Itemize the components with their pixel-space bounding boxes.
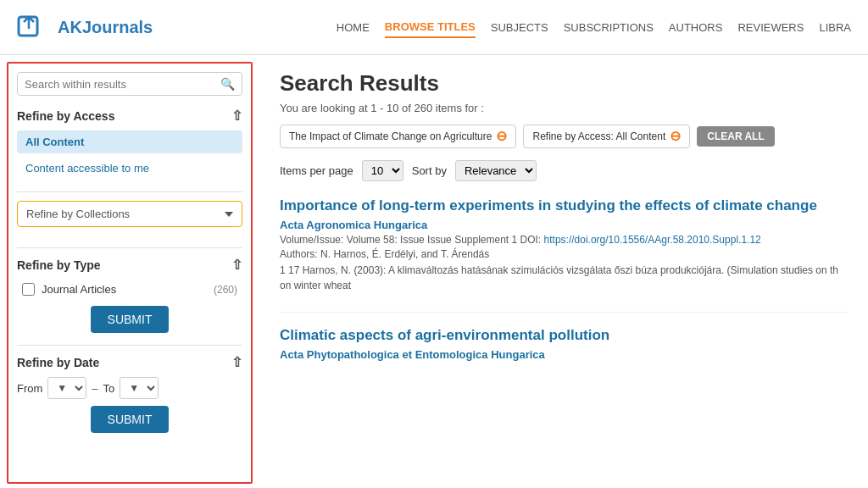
header: AKJournals HOME BROWSE TITLES SUBJECTS S… <box>0 0 868 55</box>
logo-icon <box>17 10 51 44</box>
result-authors-1: Authors: N. Harnos, É. Erdélyi, and T. Á… <box>280 248 848 260</box>
date-submit-button[interactable]: SUBMIT <box>91 406 170 433</box>
filter-tag-access: Refine by Access: All Content ⊖ <box>523 125 690 148</box>
result-journal-1[interactable]: Acta Agronomica Hungarica <box>280 219 848 231</box>
main-content: Search Results You are looking at 1 - 10… <box>259 55 868 488</box>
filter-tag-climate-remove[interactable]: ⊖ <box>496 130 507 143</box>
type-chevron-up-icon: ⇧ <box>231 257 242 273</box>
date-to-select[interactable]: ▼ <box>120 377 159 399</box>
refine-date-label: Refine by Date <box>17 356 99 369</box>
result-divider <box>280 312 848 313</box>
layout: 🔍 Refine by Access ⇧ All Content Content… <box>0 55 868 488</box>
logo-text: AKJournals <box>58 18 153 37</box>
date-dash: – <box>92 382 97 395</box>
clear-all-button[interactable]: CLEAR ALL <box>697 126 775 147</box>
result-item-2: Climatic aspects of agri-environmental p… <box>280 326 848 361</box>
date-from-select[interactable]: ▼ <box>47 377 86 399</box>
authors-label-1: Authors: <box>280 248 318 260</box>
type-submit-button[interactable]: SUBMIT <box>91 306 170 333</box>
doi-link-1[interactable]: https://doi.org/10.1556/AAgr.58.2010.Sup… <box>544 234 761 246</box>
access-all-content[interactable]: All Content <box>17 130 242 153</box>
result-title-1[interactable]: Importance of long-term experiments in s… <box>280 197 848 215</box>
authors-value-1: N. Harnos, É. Erdélyi, and T. Árendás <box>320 248 489 260</box>
type-journal-articles-checkbox[interactable] <box>22 283 35 296</box>
results-meta: You are looking at 1 - 10 of 260 items f… <box>280 102 848 114</box>
search-input[interactable] <box>25 78 220 91</box>
search-icon: 🔍 <box>220 77 235 91</box>
date-chevron-up-icon: ⇧ <box>231 354 242 370</box>
sort-by-select[interactable]: Relevance <box>455 160 537 181</box>
nav-authors[interactable]: AUTHORS <box>669 18 723 37</box>
page-title: Search Results <box>280 70 848 97</box>
nav-reviewers[interactable]: REVIEWERS <box>737 18 804 37</box>
nav-browse-titles[interactable]: BROWSE TITLES <box>385 17 476 38</box>
type-section: Journal Articles (260) SUBMIT <box>17 280 242 333</box>
type-journal-articles-row: Journal Articles (260) <box>17 280 242 299</box>
access-options: All Content Content accessible to me <box>17 130 242 180</box>
nav-libra[interactable]: LIBRA <box>819 18 851 37</box>
chevron-up-icon: ⇧ <box>231 108 242 124</box>
main-nav: HOME BROWSE TITLES SUBJECTS SUBSCRIPTION… <box>337 17 851 38</box>
items-per-page-select[interactable]: 10 <box>362 160 403 181</box>
refine-type-header[interactable]: Refine by Type ⇧ <box>17 257 242 273</box>
filter-bar: The Impact of Climate Change on Agricult… <box>280 125 848 148</box>
result-item-1: Importance of long-term experiments in s… <box>280 197 848 293</box>
refine-date-header[interactable]: Refine by Date ⇧ <box>17 354 242 370</box>
refine-access-label: Refine by Access <box>17 109 114 123</box>
access-accessible-to-me[interactable]: Content accessible to me <box>17 157 242 180</box>
volume-label-1: Volume/Issue: <box>280 234 343 246</box>
refine-access-header[interactable]: Refine by Access ⇧ <box>17 108 242 124</box>
filter-tag-climate: The Impact of Climate Change on Agricult… <box>280 125 516 148</box>
type-journal-articles-label: Journal Articles <box>42 283 207 296</box>
nav-home[interactable]: HOME <box>337 18 370 37</box>
result-journal-2[interactable]: Acta Phytopathologica et Entomologica Hu… <box>280 348 848 361</box>
items-per-page-label: Items per page <box>280 164 353 177</box>
result-snippet-1: 1 17 Harnos, N. (2003): A klimaváltozás … <box>280 263 848 293</box>
logo[interactable]: AKJournals <box>17 10 153 44</box>
pagination-bar: Items per page 10 Sort by Relevance <box>280 160 848 181</box>
refine-type-label: Refine by Type <box>17 258 101 272</box>
result-meta-1: Volume/Issue: Volume 58: Issue Issue Sup… <box>280 234 848 246</box>
nav-subscriptions[interactable]: SUBSCRIPTIONS <box>564 18 654 37</box>
date-from-label: From <box>17 382 42 395</box>
type-journal-articles-count: (260) <box>214 284 237 296</box>
doi-label-1: DOI: <box>520 234 542 246</box>
sort-by-label: Sort by <box>412 164 447 177</box>
date-section: From ▼ – To ▼ SUBMIT <box>17 377 242 433</box>
volume-value-1: Volume 58: Issue Issue Supplement 1 <box>347 234 517 246</box>
divider-1 <box>17 191 242 192</box>
filter-tag-climate-label: The Impact of Climate Change on Agricult… <box>289 130 492 142</box>
search-within-results-box[interactable]: 🔍 <box>17 72 242 96</box>
result-title-2[interactable]: Climatic aspects of agri-environmental p… <box>280 326 848 345</box>
filter-tag-access-remove[interactable]: ⊖ <box>670 130 681 143</box>
date-row: From ▼ – To ▼ <box>17 377 242 399</box>
divider-2 <box>17 247 242 248</box>
refine-collections-select[interactable]: Refine by Collections <box>17 201 242 227</box>
nav-subjects[interactable]: SUBJECTS <box>491 18 548 37</box>
date-to-label: To <box>103 382 115 395</box>
divider-3 <box>17 345 242 346</box>
filter-tag-access-label: Refine by Access: All Content <box>532 130 665 142</box>
sidebar: 🔍 Refine by Access ⇧ All Content Content… <box>7 62 253 484</box>
